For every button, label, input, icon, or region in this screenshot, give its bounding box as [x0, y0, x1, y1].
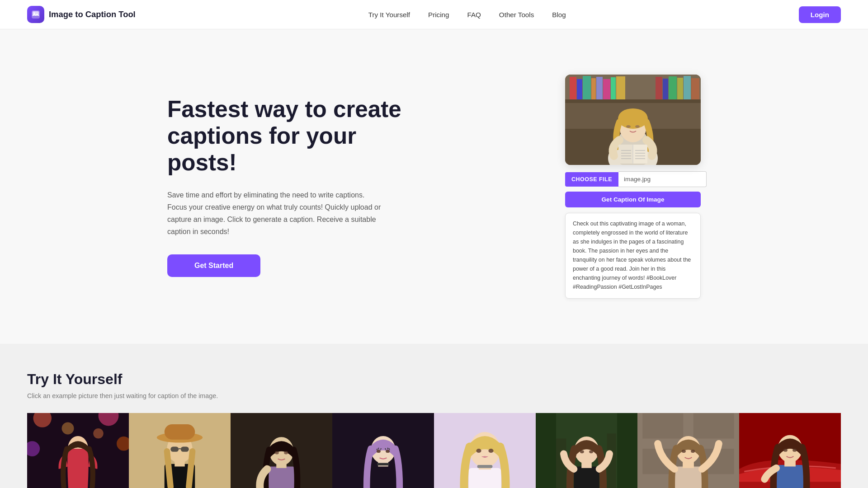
svg-rect-30 — [618, 145, 633, 164]
get-started-button[interactable]: Get Started — [167, 254, 260, 277]
hero-text-block: Fastest way to create captions for your … — [167, 96, 402, 277]
gallery-item-7[interactable] — [637, 413, 739, 488]
nav-other-tools[interactable]: Other Tools — [499, 11, 534, 19]
svg-rect-11 — [596, 77, 603, 99]
file-name-input[interactable] — [618, 171, 707, 187]
svg-rect-7 — [570, 77, 576, 99]
svg-rect-59 — [267, 466, 296, 488]
hero-title: Fastest way to create captions for your … — [167, 96, 402, 176]
logo-area[interactable]: Image to Caption Tool — [27, 6, 136, 23]
svg-point-105 — [783, 449, 788, 452]
svg-rect-20 — [691, 78, 699, 99]
hero-widget: CHOOSE FILE Get Caption Of Image Check o… — [565, 75, 701, 299]
svg-point-77 — [488, 449, 493, 453]
get-caption-button[interactable]: Get Caption Of Image — [565, 192, 701, 207]
svg-rect-19 — [684, 76, 691, 99]
svg-rect-65 — [369, 465, 397, 488]
logo-icon — [27, 6, 44, 23]
svg-point-76 — [476, 449, 481, 453]
svg-rect-93 — [693, 413, 734, 438]
svg-rect-9 — [583, 76, 591, 99]
svg-rect-55 — [170, 446, 179, 451]
svg-rect-54 — [165, 424, 195, 440]
svg-rect-8 — [577, 79, 582, 99]
gallery-item-1[interactable] — [27, 413, 129, 488]
svg-point-88 — [580, 450, 584, 453]
nav-try-it[interactable]: Try It Yourself — [368, 11, 410, 19]
brand-name: Image to Caption Tool — [49, 9, 136, 19]
gallery-item-4[interactable] — [332, 413, 434, 488]
svg-point-70 — [386, 450, 390, 453]
svg-rect-68 — [377, 463, 389, 465]
svg-rect-72 — [469, 468, 501, 488]
svg-rect-17 — [669, 76, 677, 99]
navbar: Image to Caption Tool Try It Yourself Pr… — [0, 0, 868, 29]
svg-rect-96 — [675, 466, 702, 488]
svg-point-63 — [284, 451, 288, 454]
svg-rect-56 — [181, 446, 189, 451]
svg-point-69 — [377, 450, 381, 453]
caption-output: Check out this captivating image of a wo… — [565, 213, 701, 299]
hero-section: Fastest way to create captions for your … — [140, 38, 728, 335]
hero-image-box — [565, 75, 701, 165]
svg-point-27 — [626, 125, 631, 128]
gallery-item-2[interactable] — [129, 413, 231, 488]
try-section: Try It Yourself Click an example picture… — [0, 344, 868, 488]
svg-rect-10 — [591, 78, 596, 99]
svg-rect-75 — [477, 465, 493, 468]
svg-rect-80 — [536, 413, 556, 488]
svg-rect-15 — [656, 77, 662, 99]
nav-pricing[interactable]: Pricing — [428, 11, 449, 19]
svg-rect-85 — [574, 466, 599, 488]
hero-description: Save time and effort by eliminating the … — [167, 189, 384, 238]
svg-rect-18 — [677, 78, 683, 99]
svg-point-26 — [618, 108, 647, 127]
try-section-title: Try It Yourself — [27, 371, 841, 388]
gallery-item-6[interactable] — [536, 413, 637, 488]
svg-point-106 — [793, 449, 797, 452]
file-input-row: CHOOSE FILE — [565, 171, 701, 187]
svg-point-89 — [589, 450, 593, 453]
svg-rect-92 — [642, 413, 683, 438]
try-section-description: Click an example picture then just waiti… — [27, 392, 841, 399]
svg-rect-81 — [617, 413, 637, 488]
nav-links: Try It Yourself Pricing FAQ Other Tools … — [368, 11, 566, 19]
image-gallery — [27, 413, 841, 488]
svg-rect-12 — [603, 79, 610, 99]
svg-rect-21 — [565, 99, 701, 103]
svg-point-28 — [635, 125, 640, 128]
svg-rect-14 — [616, 76, 625, 99]
svg-point-99 — [682, 450, 686, 453]
gallery-item-8[interactable] — [739, 413, 841, 488]
svg-rect-13 — [611, 77, 616, 99]
svg-point-2 — [34, 13, 35, 14]
svg-point-42 — [62, 422, 74, 434]
choose-file-button[interactable]: CHOOSE FILE — [565, 172, 618, 187]
nav-faq[interactable]: FAQ — [467, 11, 481, 19]
gallery-item-3[interactable] — [231, 413, 332, 488]
svg-rect-102 — [776, 465, 804, 488]
login-button[interactable]: Login — [799, 6, 841, 23]
svg-point-62 — [275, 451, 279, 454]
svg-point-100 — [691, 450, 695, 453]
gallery-item-5[interactable] — [434, 413, 536, 488]
svg-point-44 — [93, 428, 104, 439]
nav-blog[interactable]: Blog — [552, 11, 566, 19]
svg-rect-16 — [663, 79, 668, 99]
